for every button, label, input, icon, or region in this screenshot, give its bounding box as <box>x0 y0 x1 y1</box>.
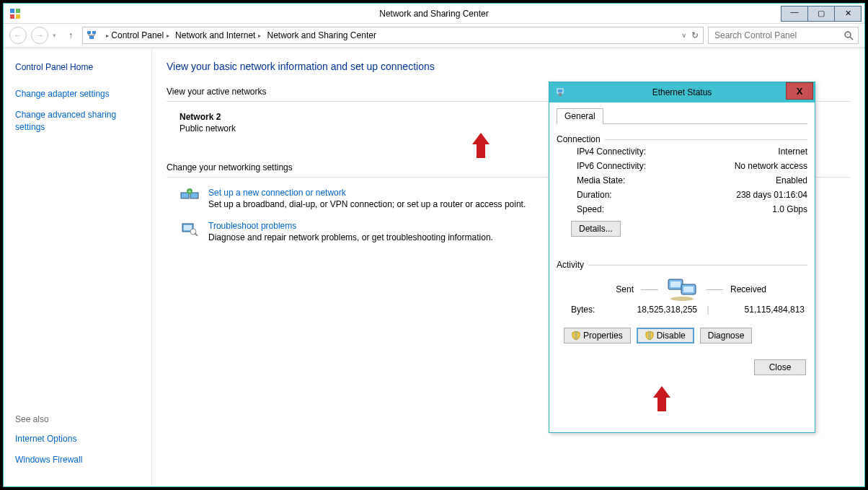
forward-button[interactable]: → <box>31 27 48 44</box>
search-box[interactable] <box>708 27 859 44</box>
svg-rect-16 <box>184 225 192 230</box>
control-panel-home-link[interactable]: Control Panel Home <box>15 62 140 72</box>
svg-rect-0 <box>10 9 14 13</box>
maximize-button[interactable]: ▢ <box>807 6 834 21</box>
bytes-label: Bytes: <box>571 305 614 315</box>
setup-connection-icon: + <box>180 188 200 204</box>
history-dropdown[interactable]: ▾ <box>53 32 56 39</box>
activity-graphic: Sent Received <box>557 277 807 302</box>
troubleshoot-link[interactable]: Troubleshoot problems <box>208 221 493 231</box>
breadcrumb-network-internet[interactable]: Network and Internet▸ <box>172 27 264 43</box>
received-label: Received <box>730 284 781 294</box>
media-state-label: Media State: <box>577 175 625 185</box>
ipv6-label: IPv6 Connectivity: <box>577 161 646 171</box>
sent-label: Sent <box>583 284 634 294</box>
duration-label: Duration: <box>577 190 612 200</box>
change-sharing-settings-link[interactable]: Change advanced sharing settings <box>15 109 140 134</box>
svg-text:+: + <box>188 189 191 194</box>
troubleshoot-icon <box>180 221 200 237</box>
svg-rect-2 <box>10 14 14 19</box>
windows-firewall-link[interactable]: Windows Firewall <box>15 454 82 466</box>
ipv6-value: No network access <box>735 161 807 171</box>
duration-value: 238 days 01:16:04 <box>736 190 807 200</box>
shield-icon <box>572 331 580 340</box>
back-button[interactable]: ← <box>9 27 27 44</box>
speed-value: 1.0 Gbps <box>772 204 807 214</box>
network-type: Public network <box>180 123 236 134</box>
details-button[interactable]: Details... <box>571 221 621 237</box>
change-adapter-settings-link[interactable]: Change adapter settings <box>15 88 140 100</box>
refresh-button[interactable]: ↻ <box>691 30 699 40</box>
svg-point-25 <box>670 297 694 301</box>
button-label: Properties <box>583 331 623 341</box>
control-panel-icon <box>9 8 21 19</box>
svg-rect-4 <box>87 31 91 34</box>
svg-rect-3 <box>16 14 20 19</box>
breadcrumb-dropdown[interactable]: v <box>683 32 686 39</box>
navigation-bar: ← → ▾ ↑ ▸ Control Panel▸ Network and Int… <box>4 24 864 48</box>
ethernet-status-dialog: Ethernet Status X General Connection IPv… <box>549 82 815 433</box>
svg-rect-6 <box>89 36 94 39</box>
shield-icon <box>645 331 654 340</box>
activity-group-label: Activity <box>557 260 584 270</box>
general-tab[interactable]: General <box>557 108 603 124</box>
breadcrumb-label: Network and Internet <box>175 30 255 40</box>
sidebar: Control Panel Home Change adapter settin… <box>4 49 151 486</box>
see-also-heading: See also <box>15 414 82 424</box>
network-name: Network 2 <box>180 112 236 122</box>
network-center-icon <box>86 30 97 41</box>
svg-point-7 <box>845 32 851 38</box>
button-label: Disable <box>657 331 686 341</box>
diagnose-button[interactable]: Diagnose <box>700 328 753 344</box>
bytes-received-value: 51,115,484,813 <box>719 305 805 315</box>
speed-label: Speed: <box>577 204 604 214</box>
search-input[interactable] <box>713 30 843 41</box>
svg-rect-22 <box>670 281 681 287</box>
internet-options-link[interactable]: Internet Options <box>15 433 82 445</box>
breadcrumb[interactable]: ▸ Control Panel▸ Network and Internet▸ N… <box>82 27 704 44</box>
connection-group-label: Connection <box>557 134 601 144</box>
dialog-titlebar: Ethernet Status X <box>549 82 815 102</box>
minimize-button[interactable]: — <box>781 6 807 21</box>
setup-connection-link[interactable]: Set up a new connection or network <box>208 188 526 198</box>
svg-rect-1 <box>16 9 20 13</box>
search-icon[interactable] <box>843 30 854 40</box>
svg-line-18 <box>195 233 198 236</box>
svg-line-8 <box>850 37 853 40</box>
computers-icon <box>665 277 699 302</box>
breadcrumb-sharing-center[interactable]: Network and Sharing Center <box>264 27 378 43</box>
page-heading: View your basic network information and … <box>167 61 850 72</box>
properties-button[interactable]: Properties <box>564 328 631 344</box>
svg-rect-5 <box>92 31 96 34</box>
ipv4-label: IPv4 Connectivity: <box>577 146 646 157</box>
window-titlebar: Network and Sharing Center — ▢ ✕ <box>4 4 864 24</box>
media-state-value: Enabled <box>776 175 807 185</box>
svg-rect-12 <box>190 193 198 198</box>
troubleshoot-desc: Diagnose and repair network problems, or… <box>208 232 493 242</box>
dialog-title: Ethernet Status <box>549 87 815 97</box>
breadcrumb-control-panel[interactable]: ▸ Control Panel▸ <box>100 27 172 43</box>
disable-button[interactable]: Disable <box>637 328 694 344</box>
breadcrumb-label: Network and Sharing Center <box>267 30 376 40</box>
up-button[interactable]: ↑ <box>63 27 78 43</box>
close-button[interactable]: Close <box>754 359 806 375</box>
svg-rect-24 <box>683 286 694 292</box>
breadcrumb-label: Control Panel <box>111 30 164 40</box>
ipv4-value: Internet <box>778 146 807 157</box>
window-title: Network and Sharing Center <box>4 9 864 19</box>
close-window-button[interactable]: ✕ <box>834 6 861 21</box>
bytes-sent-value: 18,525,318,255 <box>614 305 697 315</box>
setup-connection-desc: Set up a broadband, dial-up, or VPN conn… <box>208 199 526 209</box>
